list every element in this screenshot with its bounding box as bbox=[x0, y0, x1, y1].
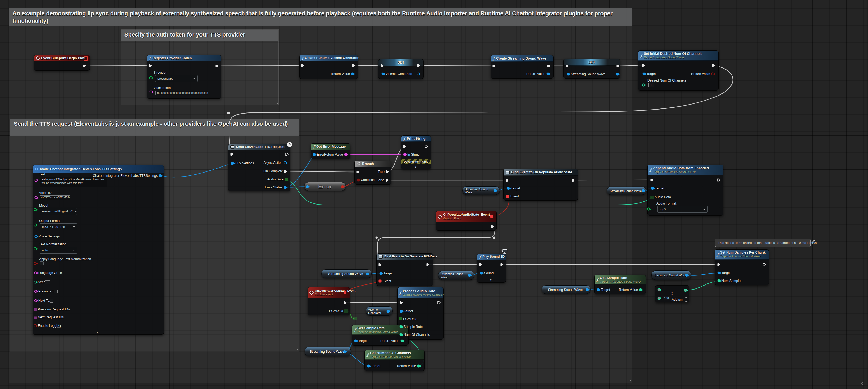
node-register-provider-token-pin-auth-token[interactable] bbox=[150, 90, 153, 93]
node-make-chatbot-integrator-eleven-labs-ttssettings-pin-chatbot-integrator-out[interactable] bbox=[159, 174, 162, 177]
node-divide-field-100-value-box[interactable]: 100 bbox=[663, 296, 670, 300]
node-make-chatbot-integrator-eleven-labs-ttssettings-field-box-15-value-box[interactable] bbox=[50, 299, 54, 303]
reroute-exec-1[interactable] bbox=[227, 112, 230, 114]
node-play-sound-2d-pin-exec-in[interactable] bbox=[479, 263, 483, 267]
node-make-chatbot-integrator-eleven-labs-ttssettings-pin-model[interactable] bbox=[34, 208, 37, 211]
node-make-chatbot-integrator-eleven-labs-ttssettings-field-auto-dropdown[interactable]: auto bbox=[40, 247, 77, 253]
node-process-audio-data-pin-exec-in[interactable] bbox=[399, 301, 403, 305]
node-branch-pin-true[interactable] bbox=[385, 170, 389, 174]
node-send-elevenlabs-tts-request-pin-error-status[interactable] bbox=[284, 186, 287, 189]
node-divide-pin-out[interactable] bbox=[684, 289, 687, 292]
node-set-viseme-generator-pin-viseme-generator[interactable] bbox=[382, 72, 384, 76]
node-divide-pin-b[interactable] bbox=[658, 297, 661, 300]
node-create-streaming-sound-wave-pin-exec-in[interactable] bbox=[492, 64, 496, 68]
node-make-chatbot-integrator-eleven-labs-ttssettings-checkbox-16[interactable]: ✓ bbox=[57, 324, 60, 328]
node-set-initial-desired-num-of-channels-pin-target[interactable] bbox=[643, 72, 646, 76]
node-append-audio-data-from-encoded-pin-audio-data[interactable] bbox=[651, 196, 653, 199]
node-set-viseme-generator-pin-exec-in[interactable] bbox=[380, 64, 384, 67]
node-get-number-of-channels-pin-return-value[interactable] bbox=[417, 365, 420, 367]
node-get-error-message-pin-return-value[interactable] bbox=[344, 153, 347, 156]
node-error-variable[interactable]: Error bbox=[304, 182, 346, 191]
node-bind-event-to-on-generate-pcmdata-pin-event[interactable] bbox=[379, 280, 382, 282]
node-divide-add-pin-button[interactable]: Add pin+ bbox=[672, 297, 688, 302]
node-on-generate-pcmdata-event-pin-exec-out[interactable] bbox=[343, 301, 347, 305]
node-create-runtime-viseme-generator-pin-exec-out[interactable] bbox=[352, 64, 355, 67]
node-make-chatbot-integrator-eleven-labs-ttssettings-field--1-value-box[interactable]: -1 bbox=[45, 280, 50, 284]
node-error-variable-pin-out[interactable] bbox=[341, 185, 344, 188]
node-make-chatbot-integrator-eleven-labs-ttssettings-field-box-12-value-box[interactable] bbox=[57, 271, 60, 275]
node-play-sound-2d-expander-chevron-icon[interactable]: ∨ bbox=[490, 278, 492, 281]
node-bind-event-to-on-populate-audio-state-pin-event[interactable] bbox=[506, 195, 509, 198]
var-viseme-generator-pin-out[interactable] bbox=[387, 310, 390, 313]
node-set-initial-desired-num-of-channels-pin-desired-num-of-channels[interactable] bbox=[642, 84, 645, 87]
node-set-num-samples-per-chunk-pin-exec-out[interactable] bbox=[763, 263, 766, 267]
node-set-num-samples-per-chunk-pin-exec-in[interactable] bbox=[717, 263, 721, 267]
node-print-string-pin-in-string[interactable] bbox=[403, 153, 406, 156]
node-send-elevenlabs-tts-request-pin-on-complete[interactable] bbox=[284, 169, 287, 173]
node-on-generate-pcmdata-event-delegate-square-pin[interactable] bbox=[344, 291, 346, 294]
node-append-audio-data-from-encoded-pin-exec-in[interactable] bbox=[650, 178, 654, 182]
reroute-pcmdata[interactable] bbox=[353, 318, 356, 321]
node-get-sample-rate-2-pin-target[interactable] bbox=[597, 289, 600, 291]
node-send-elevenlabs-tts-request-pin-audio-data[interactable] bbox=[285, 178, 288, 181]
node-create-streaming-sound-wave-pin-return-value[interactable] bbox=[547, 72, 550, 76]
comment-main-resize-handle[interactable] bbox=[627, 378, 631, 382]
node-set-initial-desired-num-of-channels-field-1-value-box[interactable]: 1 bbox=[649, 83, 654, 87]
var-streaming-sound-wave-3[interactable]: Streaming Sound Wave bbox=[321, 269, 372, 278]
comment-auth-token-header[interactable]: Specify the auth token for your TTS prov… bbox=[121, 30, 278, 41]
node-send-elevenlabs-tts-request-pin-async-action[interactable] bbox=[284, 161, 287, 164]
node-set-num-samples-per-chunk-pin-num-samples[interactable] bbox=[717, 279, 720, 282]
node-create-runtime-viseme-generator-pin-exec-in[interactable] bbox=[301, 64, 305, 67]
note-pin-button[interactable] bbox=[811, 239, 816, 246]
node-append-audio-data-from-encoded-pin-exec-out[interactable] bbox=[717, 178, 721, 182]
node-send-elevenlabs-tts-request-pin-exec-in[interactable] bbox=[230, 152, 234, 156]
node-event-blueprint-begin-play[interactable]: Event Blueprint Begin Play bbox=[34, 55, 90, 71]
var-streaming-sound-wave-2-pin-out[interactable] bbox=[642, 189, 645, 192]
node-register-provider-token-pin-exec-in[interactable] bbox=[148, 64, 152, 67]
node-get-error-message[interactable]: ƒGet Error Message bbox=[311, 143, 350, 159]
node-set-streaming-sound-wave-pin-exec-out[interactable] bbox=[616, 64, 620, 68]
var-streaming-sound-wave-7-pin-out[interactable] bbox=[343, 350, 346, 353]
node-send-elevenlabs-tts-request-pin-tts-settings[interactable] bbox=[231, 162, 234, 165]
node-set-viseme-generator-pin-out[interactable] bbox=[417, 72, 420, 76]
node-print-string-pin-exec-out[interactable] bbox=[425, 145, 428, 148]
node-make-chatbot-integrator-eleven-labs-ttssettings-pin-previous-text[interactable] bbox=[34, 290, 37, 293]
node-get-error-message-pin-error[interactable] bbox=[313, 153, 316, 156]
var-streaming-sound-wave-6-pin-out[interactable] bbox=[685, 274, 688, 277]
node-make-chatbot-integrator-eleven-labs-ttssettings-pin-output-format[interactable] bbox=[34, 223, 37, 227]
node-make-chatbot-integrator-eleven-labs-ttssettings-pin-apply-language-text-normalization[interactable] bbox=[34, 262, 37, 265]
node-divide-pin-a[interactable] bbox=[658, 289, 661, 291]
node-register-provider-token-pin-exec-out[interactable] bbox=[215, 64, 219, 68]
node-branch-pin-exec-in[interactable] bbox=[356, 170, 360, 174]
node-make-chatbot-integrator-eleven-labs-ttssettings-pin-next-text[interactable] bbox=[34, 299, 37, 302]
node-bind-event-to-on-generate-pcmdata-pin-exec-in[interactable] bbox=[378, 263, 382, 267]
comment-tts-request-header[interactable]: Send the TTS request (ElevenLabs is just… bbox=[10, 119, 299, 136]
var-streaming-sound-wave-4-pin-out[interactable] bbox=[468, 274, 471, 277]
node-set-streaming-sound-wave-pin-out[interactable] bbox=[616, 73, 619, 76]
var-streaming-sound-wave-5-pin-out[interactable] bbox=[586, 288, 589, 291]
node-create-runtime-viseme-generator-pin-return-value[interactable] bbox=[351, 72, 354, 76]
node-set-initial-desired-num-of-channels-pin-exec-in[interactable] bbox=[642, 63, 645, 67]
comment-auth-token-resize-handle[interactable] bbox=[274, 100, 278, 104]
node-play-sound-2d-pin-sound[interactable] bbox=[480, 272, 483, 275]
comment-main-header[interactable]: An example demonstrating lip sync during… bbox=[9, 8, 631, 26]
node-bind-event-to-on-populate-audio-state-pin-exec-out[interactable] bbox=[571, 178, 575, 182]
node-set-initial-desired-num-of-channels-pin-exec-out[interactable] bbox=[711, 63, 715, 67]
reroute-exec-3[interactable] bbox=[376, 237, 378, 239]
node-play-sound-2d-pin-exec-out[interactable] bbox=[500, 263, 504, 267]
node-process-audio-data-pin-pcmdata[interactable] bbox=[399, 318, 402, 321]
node-get-sample-rate-1-pin-return-value[interactable] bbox=[401, 339, 404, 342]
node-print-string-pin-exec-in[interactable] bbox=[403, 145, 406, 148]
node-on-populate-audio-state-event[interactable]: OnPopulateAudioState_EventCustom Event bbox=[436, 211, 497, 231]
node-create-streaming-sound-wave-pin-exec-out[interactable] bbox=[547, 64, 551, 68]
node-make-chatbot-integrator-eleven-labs-ttssettings-pin-enable-logging[interactable] bbox=[34, 324, 37, 327]
node-set-viseme-generator-pin-exec-out[interactable] bbox=[417, 64, 421, 67]
node-append-audio-data-from-encoded-field-mp3-dropdown[interactable]: mp3 bbox=[657, 206, 708, 213]
node-make-chatbot-integrator-eleven-labs-ttssettings-pin-previous-request-ids[interactable] bbox=[34, 308, 37, 311]
node-register-provider-token-pin-provider[interactable] bbox=[149, 77, 152, 80]
node-set-num-samples-per-chunk-pin-target[interactable] bbox=[717, 271, 720, 274]
node-make-chatbot-integrator-eleven-labs-ttssettings-field-hello-world-the-lips-of-the--input[interactable]: Hello, world! The lips of the MetaHuman … bbox=[40, 177, 107, 187]
var-streaming-sound-wave-3-pin-out[interactable] bbox=[366, 273, 369, 275]
reroute-exec-2[interactable] bbox=[493, 237, 495, 239]
node-make-chatbot-integrator-eleven-labs-ttssettings-checkbox-11[interactable] bbox=[40, 262, 44, 265]
